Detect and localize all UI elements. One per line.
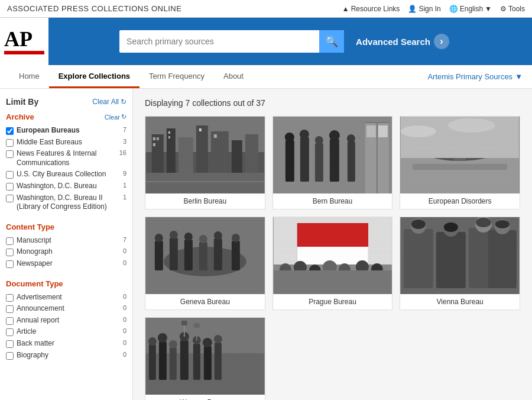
document-type-filter-label: Article <box>17 327 36 337</box>
archive-filter-checkbox[interactable] <box>6 127 14 135</box>
collection-card[interactable]: Vienna Bureau <box>400 217 520 310</box>
collection-image <box>273 217 392 294</box>
archive-filters: European Bureaus 7 Middle East Bureaus 3… <box>6 125 126 213</box>
svg-rect-96 <box>180 340 189 380</box>
collection-label: European Disorders <box>400 193 520 209</box>
svg-point-20 <box>284 133 294 142</box>
document-type-filter-checkbox[interactable] <box>6 294 14 302</box>
archive-filter-checkbox[interactable] <box>6 139 14 147</box>
archive-filter-label: News Features & Internal Communications <box>17 149 117 167</box>
top-bar-right: ▲ Resource Links 👤 Sign In 🌐 English ▼ ⚙… <box>342 5 525 13</box>
content-type-filter-count: 7 <box>123 236 126 243</box>
archive-section-header: Archive Clear ↻ <box>6 112 126 121</box>
svg-rect-80 <box>469 228 498 288</box>
content-type-filter-item: Manuscript 7 <box>6 235 126 247</box>
archive-filter-item: Washington, D.C. Bureau 1 <box>6 180 126 192</box>
svg-rect-49 <box>155 241 163 270</box>
document-type-filter-checkbox[interactable] <box>6 340 14 348</box>
nav-links: Home Explore Collections Term Frequency … <box>9 65 253 88</box>
nav-explore-collections[interactable]: Explore Collections <box>49 65 140 88</box>
collection-card[interactable]: Bern Bureau <box>273 116 393 209</box>
nav-home[interactable]: Home <box>9 65 49 88</box>
nav-term-frequency[interactable]: Term Frequency <box>140 65 214 88</box>
collection-image <box>145 318 265 395</box>
search-button[interactable]: 🔍 <box>319 30 344 53</box>
archive-filter-label: U.S. City Bureaus Collection <box>17 170 106 179</box>
archive-filter-checkbox[interactable] <box>6 171 14 179</box>
svg-point-84 <box>411 220 426 229</box>
collection-card[interactable]: European Disorders <box>400 116 520 209</box>
refresh-icon: ↻ <box>121 98 126 106</box>
svg-point-45 <box>448 118 495 133</box>
svg-rect-32 <box>366 125 375 137</box>
svg-rect-10 <box>157 137 159 140</box>
svg-point-86 <box>476 218 491 227</box>
svg-point-22 <box>299 130 309 139</box>
archive-clear-button[interactable]: Clear ↻ <box>105 113 126 121</box>
top-bar: Associated Press Collections Online ▲ Re… <box>0 0 532 18</box>
collection-card[interactable]: Geneva Bureau <box>145 217 265 310</box>
document-type-section-title: Document Type <box>6 279 63 288</box>
svg-rect-27 <box>347 141 355 182</box>
document-type-filter-checkbox[interactable] <box>6 317 14 325</box>
svg-point-99 <box>193 336 201 344</box>
collection-label: Prague Bureau <box>273 294 392 309</box>
header-search: 🔍 Advanced Search › <box>48 30 532 53</box>
svg-rect-76 <box>404 229 433 288</box>
svg-point-44 <box>401 125 436 137</box>
collection-card[interactable]: Berlin Bureau <box>145 116 265 209</box>
document-type-filter-count: 0 <box>123 304 126 311</box>
chevron-down-icon: ▼ <box>485 5 492 13</box>
content-type-filter-checkbox[interactable] <box>6 237 14 245</box>
svg-rect-11 <box>153 143 155 146</box>
collection-card[interactable]: Prague Bureau <box>273 217 393 310</box>
svg-point-73 <box>371 263 382 275</box>
collection-count: Displaying 7 collections out of 37 <box>145 98 520 108</box>
nav-about[interactable]: About <box>214 65 253 88</box>
document-type-filter-item: Article 0 <box>6 326 126 338</box>
artemis-link[interactable]: Artemis Primary Sources ▼ <box>427 72 523 81</box>
svg-point-70 <box>322 260 336 275</box>
document-type-filter-item: Biography 0 <box>6 350 126 362</box>
collection-card[interactable]: Warsaw Bureau <box>145 317 265 400</box>
svg-rect-53 <box>184 240 193 270</box>
collection-grid: Berlin Bureau Bern Bureau <box>145 116 520 400</box>
svg-point-79 <box>443 221 459 237</box>
advanced-search-link[interactable]: Advanced Search › <box>356 34 449 49</box>
content-type-filter-checkbox[interactable] <box>6 260 14 268</box>
gear-icon: ⚙ <box>500 5 507 13</box>
svg-rect-4 <box>179 137 193 176</box>
svg-point-97 <box>180 332 189 341</box>
collection-label: Vienna Bureau <box>400 294 520 309</box>
language-selector[interactable]: 🌐 English ▼ <box>449 5 492 13</box>
logo-box: AP <box>0 18 48 65</box>
svg-rect-36 <box>413 164 507 170</box>
archive-filter-checkbox[interactable] <box>6 183 14 191</box>
document-type-filter-count: 0 <box>123 293 126 300</box>
svg-point-81 <box>475 217 492 233</box>
svg-point-54 <box>184 233 193 241</box>
svg-point-56 <box>199 235 207 243</box>
search-input[interactable] <box>119 30 319 53</box>
svg-point-69 <box>309 264 320 276</box>
document-type-filter-checkbox[interactable] <box>6 305 14 313</box>
archive-filter-checkbox[interactable] <box>6 150 14 158</box>
svg-rect-16 <box>146 173 264 193</box>
svg-rect-82 <box>488 230 517 288</box>
tools-link[interactable]: ⚙ Tools <box>500 5 525 13</box>
svg-rect-15 <box>214 134 217 138</box>
svg-rect-78 <box>436 232 466 288</box>
content-type-filter-checkbox[interactable] <box>6 249 14 256</box>
sign-in-link[interactable]: 👤 Sign In <box>408 5 440 13</box>
document-type-filter-checkbox[interactable] <box>6 352 14 360</box>
svg-rect-7 <box>232 140 242 176</box>
limit-by-header: Limit By Clear All ↻ <box>6 97 126 107</box>
svg-rect-12 <box>168 131 170 134</box>
clear-all-button[interactable]: Clear All ↻ <box>92 98 126 106</box>
document-type-filter-checkbox[interactable] <box>6 328 14 336</box>
svg-rect-18 <box>273 117 391 193</box>
archive-filter-checkbox[interactable] <box>6 195 14 202</box>
collection-label: Bern Bureau <box>273 193 392 209</box>
svg-rect-3 <box>167 128 176 176</box>
resource-links-link[interactable]: ▲ Resource Links <box>342 5 400 13</box>
